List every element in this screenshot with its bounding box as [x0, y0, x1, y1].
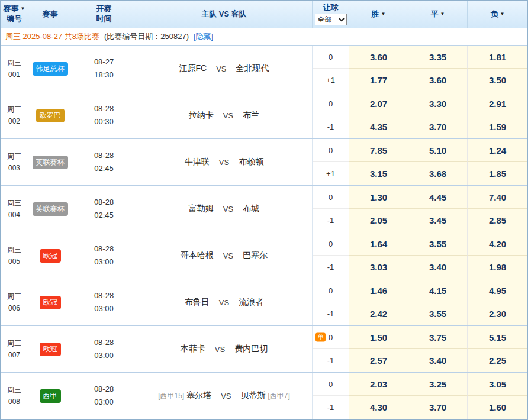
sort-down-icon[interactable]: ▼: [440, 11, 445, 17]
odds-draw-line2[interactable]: 3.40: [408, 349, 468, 372]
odds-win-line1[interactable]: 2.07: [349, 92, 408, 115]
odds-win-line1[interactable]: 1.50: [349, 326, 408, 349]
odds-win-line2[interactable]: 4.35: [349, 115, 408, 138]
hide-link[interactable]: [隐藏]: [194, 31, 213, 42]
odds-win-line2[interactable]: 3.15: [349, 162, 408, 185]
handicap-line2: -1: [313, 256, 349, 279]
handicap-value: 0: [329, 193, 333, 202]
match-row: 周三 004 英联赛杯 08-28 02:45 富勒姆 VS 布城 0 1.30…: [1, 186, 527, 232]
odds-draw-line1[interactable]: 5.10: [408, 139, 468, 162]
odds-draw-line1[interactable]: 3.30: [408, 92, 468, 115]
odds-draw-line1[interactable]: 3.25: [408, 373, 468, 396]
odds-draw-line1[interactable]: 4.45: [408, 186, 468, 209]
odds-lose-line1[interactable]: 1.24: [468, 139, 527, 162]
odds-draw-line1[interactable]: 3.75: [408, 326, 468, 349]
odds-win-line1[interactable]: 7.85: [349, 139, 408, 162]
header-win[interactable]: 胜 ▼: [349, 1, 408, 28]
home-team: 哥本哈根: [181, 250, 214, 261]
odds-lose-line1[interactable]: 7.40: [468, 186, 527, 209]
match-date: 08-28: [94, 196, 114, 209]
home-team: 江原FC: [179, 63, 207, 74]
table-header: 赛事 ▼ 编号 赛事 开赛 时间 主队 VS 客队 让球 全部 胜 ▼ 平: [1, 1, 527, 28]
odds-lose-line2[interactable]: 2.30: [468, 302, 527, 325]
handicap-filter-select[interactable]: 全部: [315, 14, 347, 25]
odds-win-line1[interactable]: 1.64: [349, 232, 408, 256]
vs-label: VS: [223, 251, 233, 260]
handicap-line2: -1: [313, 302, 349, 325]
match-date: 08-28: [94, 243, 114, 256]
odds-draw-line2[interactable]: 3.60: [408, 69, 468, 92]
odds-win-line1[interactable]: 2.03: [349, 373, 408, 396]
odds-draw-line1[interactable]: 3.55: [408, 232, 468, 256]
odds-lose-line2[interactable]: 3.50: [468, 69, 527, 92]
vs-label: VS: [215, 345, 225, 354]
odds-draw-line2[interactable]: 3.70: [408, 396, 468, 419]
match-no: 001: [8, 69, 20, 80]
time-cell: 08-28 02:45: [72, 139, 136, 185]
header-match-no-label: 赛事: [4, 4, 19, 14]
header-draw-label: 平: [431, 9, 439, 20]
odds-lose-line2[interactable]: 2.85: [468, 209, 527, 232]
subheader-bar: 周三 2025-08-27 共8场比赛 (比赛编号日期：250827) [隐藏]: [1, 28, 527, 46]
handicap-line2: -1: [313, 349, 349, 372]
header-time-label2: 时间: [96, 14, 112, 24]
odds-draw-line1[interactable]: 4.15: [408, 279, 468, 302]
odds-lose-line2[interactable]: 2.25: [468, 349, 527, 372]
odds-draw-line2[interactable]: 3.45: [408, 209, 468, 232]
match-no: 008: [8, 396, 20, 408]
vs-label: VS: [216, 64, 226, 73]
match-day: 周三: [7, 197, 21, 209]
handicap-value: -1: [327, 263, 334, 272]
match-day: 周三: [7, 57, 21, 69]
header-draw[interactable]: 平 ▼: [408, 1, 468, 28]
odds-lose-line1[interactable]: 5.15: [468, 326, 527, 349]
odds-lose-line2[interactable]: 1.85: [468, 162, 527, 185]
odds-win-line2[interactable]: 2.42: [349, 302, 408, 325]
odds-draw-line2[interactable]: 3.68: [408, 162, 468, 185]
match-day: 周三: [7, 384, 21, 396]
odds-draw-line1[interactable]: 3.35: [408, 46, 468, 69]
match-day: 周三: [7, 150, 21, 162]
odds-lose-line2[interactable]: 1.59: [468, 115, 527, 138]
vs-label: VS: [219, 298, 229, 307]
odds-lose-line1[interactable]: 4.95: [468, 279, 527, 302]
odds-lose-line2[interactable]: 1.60: [468, 396, 527, 419]
odds-draw-line2[interactable]: 3.70: [408, 115, 468, 138]
sort-down-icon[interactable]: ▼: [381, 11, 386, 17]
sort-down-icon[interactable]: ▼: [21, 6, 25, 12]
odds-win-line2[interactable]: 1.77: [349, 69, 408, 92]
odds-draw-line2[interactable]: 3.40: [408, 256, 468, 279]
time-cell: 08-27 18:30: [72, 46, 136, 92]
match-date: 08-28: [94, 336, 114, 349]
odds-win-line1[interactable]: 1.30: [349, 186, 408, 209]
away-team: 费内巴切: [234, 344, 268, 354]
match-rows: 周三 001 韩足总杯 08-27 18:30 江原FC VS 全北现代 0 3…: [1, 46, 527, 419]
odds-lose-line1[interactable]: 3.05: [468, 373, 527, 396]
league-cell: 欧罗巴: [28, 92, 72, 138]
odds-draw-line2[interactable]: 3.55: [408, 302, 468, 325]
match-time: 03:00: [94, 396, 114, 409]
odds-lose-line2[interactable]: 1.98: [468, 256, 527, 279]
match-day-summary: 周三 2025-08-27 共8场比赛: [5, 31, 99, 42]
match-day: 周三: [7, 337, 21, 349]
match-row: 周三 008 西甲 08-28 03:00 [西甲15] 塞尔塔 VS 贝蒂斯 …: [1, 373, 527, 419]
odds-win-line1[interactable]: 3.60: [349, 46, 408, 69]
odds-lose-line1[interactable]: 4.20: [468, 232, 527, 256]
odds-win-line2[interactable]: 4.30: [349, 396, 408, 419]
odds-lose-line1[interactable]: 2.91: [468, 92, 527, 115]
handicap-line1: 0: [313, 139, 349, 162]
sort-down-icon[interactable]: ▼: [500, 11, 505, 17]
odds-win-line2[interactable]: 2.57: [349, 349, 408, 372]
odds-win-line1[interactable]: 1.46: [349, 279, 408, 302]
odds-lose-line1[interactable]: 1.81: [468, 46, 527, 69]
league-badge: 韩足总杯: [33, 62, 68, 76]
header-match-no[interactable]: 赛事 ▼ 编号: [1, 1, 28, 28]
match-number-cell: 周三 008: [1, 373, 28, 419]
odds-win-line2[interactable]: 3.03: [349, 256, 408, 279]
match-time: 02:45: [94, 209, 114, 222]
match-date: 08-27: [94, 56, 114, 69]
odds-win-line2[interactable]: 2.05: [349, 209, 408, 232]
teams-cell: 拉纳卡 VS 布兰: [136, 92, 313, 138]
header-lose[interactable]: 负 ▼: [468, 1, 527, 28]
away-team: 布兰: [243, 110, 259, 121]
